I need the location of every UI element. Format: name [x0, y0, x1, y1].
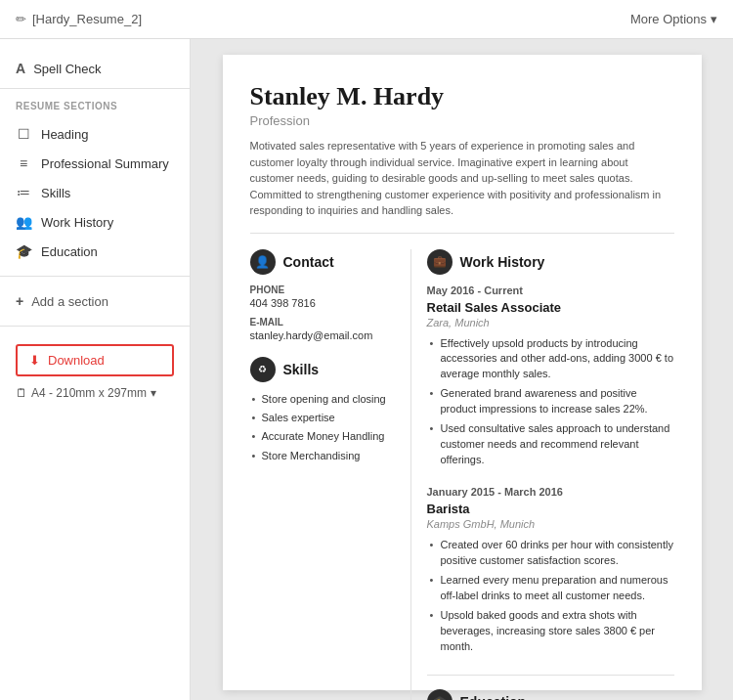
- add-section-button[interactable]: + Add a section: [0, 286, 190, 316]
- download-button[interactable]: ⬇ Download: [16, 344, 174, 376]
- sidebar: A Spell Check RESUME SECTIONS ☐ Heading …: [0, 39, 191, 700]
- resume-columns: 👤 Contact Phone 404 398 7816 E-mail stan…: [250, 249, 674, 701]
- document-title: [Hardy_Resume_2]: [32, 12, 142, 26]
- work-history-title: Work History: [460, 254, 545, 270]
- contact-title: Contact: [283, 254, 334, 270]
- phone-field: Phone 404 398 7816: [250, 284, 395, 309]
- format-chevron-icon: ▾: [151, 386, 156, 400]
- education-section-icon: 🎓: [427, 689, 453, 700]
- sidebar-item-skills[interactable]: ≔ Skills: [0, 178, 190, 207]
- work-bullet: Effectively upsold products by introduci…: [427, 334, 674, 385]
- pencil-icon: ✏: [16, 12, 26, 26]
- more-options-button[interactable]: More Options ▾: [630, 12, 717, 26]
- work-company-2: Kamps GmbH, Munich: [427, 518, 674, 530]
- skills-section-icon: ♻: [250, 357, 276, 382]
- email-field: E-mail stanley.hardy@email.com: [250, 317, 395, 341]
- work-title-1: Retail Sales Associate: [427, 300, 674, 315]
- work-history-section-icon: 💼: [427, 249, 453, 275]
- education-section-header: 🎓 Education: [427, 675, 674, 700]
- work-history-section-header: 💼 Work History: [427, 249, 674, 275]
- main-layout: A Spell Check RESUME SECTIONS ☐ Heading …: [0, 39, 733, 700]
- resume-name: Stanley M. Hardy: [250, 82, 674, 111]
- work-entry-1: May 2016 - Current Retail Sales Associat…: [427, 284, 674, 471]
- skill-item: Sales expertise: [250, 409, 395, 427]
- skill-item: Accurate Money Handling: [250, 427, 395, 446]
- sidebar-item-heading[interactable]: ☐ Heading: [0, 119, 190, 149]
- top-bar: ✏ [Hardy_Resume_2] More Options ▾: [0, 0, 733, 39]
- work-date-2: January 2015 - March 2016: [427, 486, 674, 498]
- format-selector[interactable]: 🗒 A4 - 210mm x 297mm ▾: [0, 382, 190, 404]
- skills-icon: ≔: [16, 185, 31, 200]
- document-title-area: ✏ [Hardy_Resume_2]: [16, 12, 142, 26]
- phone-label: Phone: [250, 284, 395, 295]
- download-icon: ⬇: [29, 353, 40, 368]
- work-entry-2: January 2015 - March 2016 Barista Kamps …: [427, 486, 674, 657]
- document-format-icon: 🗒: [16, 386, 27, 400]
- resume-profession: Profession: [250, 113, 674, 128]
- resume-sections-label: RESUME SECTIONS: [0, 101, 190, 119]
- work-bullet: Upsold baked goods and extra shots with …: [427, 606, 674, 657]
- contact-icon: 👤: [250, 249, 276, 275]
- sidebar-item-work-history[interactable]: 👥 Work History: [0, 207, 190, 237]
- work-history-icon: 👥: [16, 214, 31, 230]
- spell-check-icon: A: [16, 61, 25, 76]
- skills-section: ♻ Skills Store opening and closing Sales…: [250, 357, 395, 466]
- resume-area: Stanley M. Hardy Profession Motivated sa…: [191, 39, 733, 700]
- work-bullet: Generated brand awareness and positive p…: [427, 384, 674, 419]
- work-bullet: Learned every menu preparation and numer…: [427, 571, 674, 606]
- chevron-down-icon: ▾: [711, 12, 717, 26]
- sidebar-divider: [0, 276, 190, 277]
- sidebar-item-professional-summary[interactable]: ≡ Professional Summary: [0, 149, 190, 178]
- skill-item: Store Merchandising: [250, 447, 395, 465]
- resume-right-column: 💼 Work History May 2016 - Current Retail…: [411, 249, 674, 701]
- work-title-2: Barista: [427, 502, 674, 516]
- spell-check-item[interactable]: A Spell Check: [0, 55, 190, 89]
- email-label: E-mail: [250, 317, 395, 328]
- resume-summary: Motivated sales representative with 5 ye…: [250, 138, 674, 234]
- education-section: 🎓 Education B. Sc.: Business Administrat…: [427, 675, 674, 700]
- work-company-1: Zara, Munich: [427, 317, 674, 328]
- contact-section-header: 👤 Contact: [250, 249, 395, 275]
- professional-summary-icon: ≡: [16, 155, 31, 171]
- plus-icon: +: [16, 293, 23, 309]
- sidebar-divider-2: [0, 326, 190, 327]
- sidebar-item-education[interactable]: 🎓 Education: [0, 237, 190, 266]
- education-title: Education: [460, 694, 527, 700]
- email-value: stanley.hardy@email.com: [250, 329, 395, 341]
- heading-icon: ☐: [16, 126, 31, 142]
- work-bullet: Created over 60 drinks per hour with con…: [427, 536, 674, 571]
- work-bullet: Used consultative sales approach to unde…: [427, 419, 674, 470]
- skills-title: Skills: [283, 362, 320, 377]
- resume-paper: Stanley M. Hardy Profession Motivated sa…: [223, 55, 702, 690]
- resume-left-column: 👤 Contact Phone 404 398 7816 E-mail stan…: [250, 249, 411, 701]
- skills-section-header: ♻ Skills: [250, 357, 395, 382]
- phone-value: 404 398 7816: [250, 297, 395, 309]
- skill-item: Store opening and closing: [250, 390, 395, 409]
- education-icon: 🎓: [16, 243, 31, 259]
- work-date-1: May 2016 - Current: [427, 284, 674, 296]
